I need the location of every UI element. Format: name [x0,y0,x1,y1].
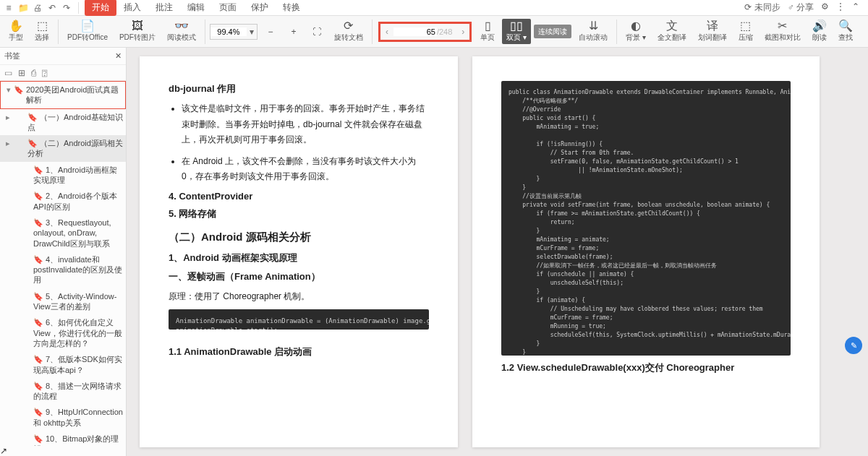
fit-button[interactable]: ⛶ [307,25,327,38]
zoom-dropdown-icon[interactable]: ▾ [247,27,257,37]
para: 原理：使用了 Choreographer 机制。 [169,289,429,305]
hand-tool[interactable]: ✋手型 [4,19,27,44]
bookmark-item[interactable]: ▸🔖（一）Android基础知识点 [0,109,126,136]
pdf-to-office[interactable]: 📄PDF转Office [63,19,112,44]
bookmark-item[interactable]: 🔖8、描述一次网络请求的流程 [0,378,126,405]
zoom-input[interactable] [210,27,247,36]
bookmark-item[interactable]: 🔖7、低版本SDK如何实现高版本api？ [0,351,126,378]
sub-heading: 1、Android 动画框架实现原理 [169,251,429,264]
bookmark-item[interactable]: 🔖1、Android动画框架实现原理 [0,162,126,189]
auto-scroll[interactable]: ⇊自动滚动 [574,19,612,44]
open-icon[interactable]: 📁 [17,2,29,14]
tool-1-icon[interactable]: ▭ [4,68,12,78]
code-block: AnimationDrawable animationDrawable = (A… [169,309,429,330]
rotate-button[interactable]: ⟳旋转文档 [330,19,367,44]
section-heading: （二）Android 源码相关分析 [169,231,429,244]
settings-icon[interactable]: ⚙ [821,1,829,14]
tool-4-icon[interactable]: ⍰ [42,68,47,78]
bookmark-item[interactable]: ▸🔖（二）Android源码相关分析 [0,135,126,162]
bookmark-root[interactable]: ▾🔖2020美团Android面试真题解析 [0,81,126,109]
zoom-out-button[interactable]: − [260,25,281,38]
prev-page-button[interactable]: ‹ [380,27,393,37]
word-translate[interactable]: 译划词翻译 [694,19,731,44]
frame-heading: 一、逐帧动画（Frame Animation） [169,270,429,283]
bookmark-item[interactable]: 🔖3、Requestlayout, onlayout, onDraw, Draw… [0,215,126,251]
dual-page[interactable]: ▯▯双页 ▾ [502,19,531,44]
annotation-arrow-icon: ↗ [0,446,126,456]
tts-button[interactable]: 🔊朗读 [808,19,831,44]
menubar-right: ⟳ 未同步 ♂ 分享 ⚙ ⋮ ⌃ [744,1,865,14]
heading-db: db-journal 作用 [169,82,429,95]
pdf-to-image[interactable]: 🖼PDF转图片 [115,19,160,44]
bookmark-item[interactable]: 🔖5、Activity-Window-View三者的差别 [0,288,126,315]
page-right: public class AnimationDrawable extends D… [472,56,820,447]
menu-icon[interactable]: ≡ [3,2,14,14]
background-button[interactable]: ◐背景 ▾ [621,19,650,44]
tab-edit[interactable]: 编辑 [180,0,212,16]
compress-button[interactable]: ⬚压缩 [734,19,757,44]
anim-heading: 1.1 AnimationDrawable 启动动画 [169,345,429,358]
tab-comment[interactable]: 批注 [148,0,180,16]
code-block-large: public class AnimationDrawable extends D… [501,81,791,356]
print-icon[interactable]: 🖨 [32,2,43,14]
collapse-icon[interactable]: ⌃ [852,1,859,14]
page-input[interactable] [393,27,437,36]
toolbar: ✋手型 ⬚选择 📄PDF转Office 🖼PDF转图片 👓阅读模式 ▾ − + … [0,16,868,48]
undo-icon[interactable]: ↶ [46,2,58,14]
tab-page[interactable]: 页面 [212,0,244,16]
bookmark-sidebar: 书签 ✕ ▭ ⊞ ⎙ ⍰ ▾🔖2020美团Android面试真题解析 ▸🔖（一）… [0,48,127,456]
zoom-control: ▾ [210,24,258,40]
tab-start[interactable]: 开始 [85,0,116,16]
tab-protect[interactable]: 保护 [244,0,276,16]
tool-2-icon[interactable]: ⊞ [18,68,25,78]
bookmark-item[interactable]: 🔖6、如何优化自定义View，你进行优化的一般方向是怎样的？ [0,314,126,351]
heading-12: 1.2 View.scheduleDrawable(xxx)交付 Choreog… [501,361,791,374]
para: 在 Android 上，该文件不会删除，当没有事务时该文件大小为 0，存在事务时… [182,154,429,185]
redo-icon[interactable]: ↷ [61,2,72,14]
bookmark-item[interactable]: 🔖10、Bitmap对象的理解 [0,431,126,446]
bookmark-item[interactable]: 🔖2、Android各个版本API的区别 [0,188,126,215]
full-translate[interactable]: 文全文翻译 [653,19,691,44]
next-page-button[interactable]: › [456,27,469,37]
page-viewport[interactable]: db-journal 作用 该文件是临时文件，用于事务的回滚。事务开始时产生，事… [127,48,868,456]
sidebar-header: 书签 ✕ [0,48,126,65]
quick-access: ≡ 📁 🖨 ↶ ↷ [3,2,79,14]
heading-4: 4. ContentProvider [169,191,429,202]
heading-5: 5. 网络存储 [169,207,429,220]
menubar: ≡ 📁 🖨 ↶ ↷ 开始 插入 批注 编辑 页面 保护 转换 ⟳ 未同步 ♂ 分… [0,0,868,16]
more-icon[interactable]: ⋮ [836,1,845,14]
float-edit-button[interactable]: ✎ [845,337,862,354]
page-nav: ‹ /248 › [380,23,470,40]
share-button[interactable]: ♂ 分享 [788,1,814,14]
para: 该文件是临时文件，用于事务的回滚。事务开始时产生，事务结束时删除。当事务开始时掉… [182,101,429,148]
tab-convert[interactable]: 转换 [276,0,307,16]
bookmark-item[interactable]: 🔖9、HttpUrlConnection 和 okhttp关系 [0,404,126,431]
sidebar-close-icon[interactable]: ✕ [115,51,122,61]
page-total: /248 [437,27,456,36]
tab-insert[interactable]: 插入 [116,0,148,16]
ribbon-tabs: 开始 插入 批注 编辑 页面 保护 转换 [85,0,307,16]
select-tool[interactable]: ⬚选择 [30,19,54,44]
single-page[interactable]: ▯单页 [476,19,499,44]
tool-3-icon[interactable]: ⎙ [31,68,36,78]
sync-status[interactable]: ⟳ 未同步 [744,1,780,14]
sidebar-title: 书签 [4,51,20,61]
sidebar-tools: ▭ ⊞ ⎙ ⍰ [0,65,126,81]
zoom-in-button[interactable]: + [284,25,304,38]
bookmark-item[interactable]: 🔖4、invalidate和postInvalidate的区别及使用 [0,251,126,288]
continuous-read[interactable]: 连续阅读 [534,25,571,38]
bookmark-tree: ▾🔖2020美团Android面试真题解析 ▸🔖（一）Android基础知识点▸… [0,81,126,446]
crop-compare[interactable]: ✂截图和对比 [760,19,805,44]
find-button[interactable]: 🔍查找 [834,19,857,44]
page-left: db-journal 作用 该文件是临时文件，用于事务的回滚。事务开始时产生，事… [140,56,458,447]
read-mode[interactable]: 👓阅读模式 [163,19,200,44]
